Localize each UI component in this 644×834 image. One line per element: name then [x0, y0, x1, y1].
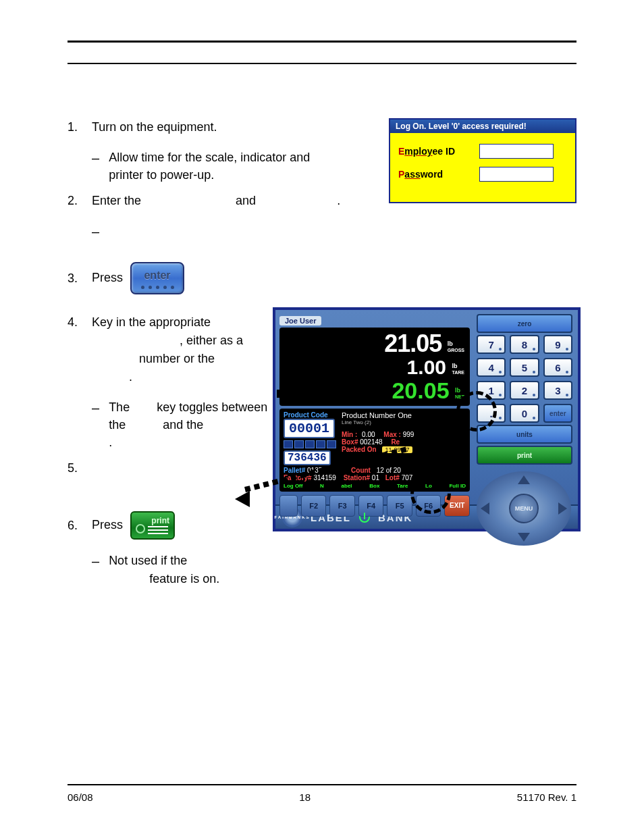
f2-key[interactable]: F2 — [301, 495, 327, 517]
device-screen: Joe User 21.05 lbGROSS 1.00 lbTARE 20.05 — [273, 307, 581, 531]
lot-code: 736436 — [284, 450, 331, 465]
key-5[interactable]: 5 — [510, 358, 539, 377]
f4-key[interactable]: F4 — [358, 495, 384, 517]
arrow-right-icon[interactable] — [558, 502, 567, 515]
step-3: 3. Press enter — [68, 262, 576, 294]
key-9[interactable]: 9 — [543, 335, 572, 354]
key-2[interactable]: 2 — [510, 381, 539, 400]
key-enter[interactable]: enter — [543, 404, 572, 423]
callout-arrow-icon — [235, 491, 250, 507]
arrow-down-icon[interactable] — [518, 533, 530, 542]
footer-left: 06/08 — [68, 791, 93, 803]
key-3[interactable]: 3 — [543, 381, 572, 400]
callout-circle-2-icon — [410, 473, 451, 514]
arrow-left-icon[interactable] — [481, 502, 489, 515]
arrow-up-icon[interactable] — [518, 475, 530, 484]
enter-button[interactable]: enter — [130, 262, 184, 294]
burst-icon — [136, 524, 145, 533]
rule-bottom — [68, 784, 576, 785]
key-0[interactable]: 0 — [510, 404, 539, 423]
dots-icon — [132, 286, 183, 289]
slot-row — [284, 440, 336, 448]
user-tab: Joe User — [279, 316, 321, 325]
key-4[interactable]: 4 — [477, 358, 506, 377]
step-6-sub: – Not used if the feature is on. — [92, 552, 576, 587]
key-7[interactable]: 7 — [477, 335, 506, 354]
employee-id-input[interactable] — [479, 144, 554, 159]
footer: 06/08 18 51170 Rev. 1 — [68, 791, 576, 803]
f5-key[interactable]: F5 — [387, 495, 412, 517]
print-key[interactable]: print — [477, 446, 572, 465]
footer-center: 18 — [299, 791, 311, 803]
footer-right: 51170 Rev. 1 — [517, 791, 576, 803]
callout-circle-icon — [456, 391, 497, 432]
step-3-text: Press — [92, 271, 123, 284]
key-6[interactable]: 6 — [543, 358, 572, 377]
line-two: Line Two (2) — [342, 419, 466, 425]
dpad: MENU — [477, 471, 571, 546]
step-6-text: Press — [92, 518, 123, 531]
password-label: Password — [398, 169, 473, 180]
step-1-text: Turn on the equipment. — [92, 118, 217, 136]
zero-button[interactable]: zero — [477, 314, 572, 333]
employee-id-label: Employee ID — [398, 146, 473, 157]
rule-top — [68, 41, 576, 43]
callout-rect-icon — [277, 390, 336, 398]
menu-button[interactable]: MENU — [509, 494, 539, 523]
f3-key[interactable]: F3 — [329, 495, 355, 517]
step-2-sub: – — [92, 222, 576, 242]
password-input[interactable] — [479, 167, 554, 182]
rule-mid — [68, 63, 576, 64]
units-button[interactable]: units — [477, 425, 572, 444]
login-dialog: Log On. Level '0' access required! Emplo… — [389, 118, 576, 203]
login-title: Log On. Level '0' access required! — [390, 120, 575, 133]
print-button[interactable]: print — [130, 511, 175, 540]
lines-icon — [148, 526, 168, 534]
prod-name: Product Number One — [342, 411, 466, 419]
product-code: 00001 — [284, 419, 335, 438]
step-4-sub: – The key toggles between the and the . — [92, 398, 281, 451]
key-8[interactable]: 8 — [510, 335, 539, 354]
